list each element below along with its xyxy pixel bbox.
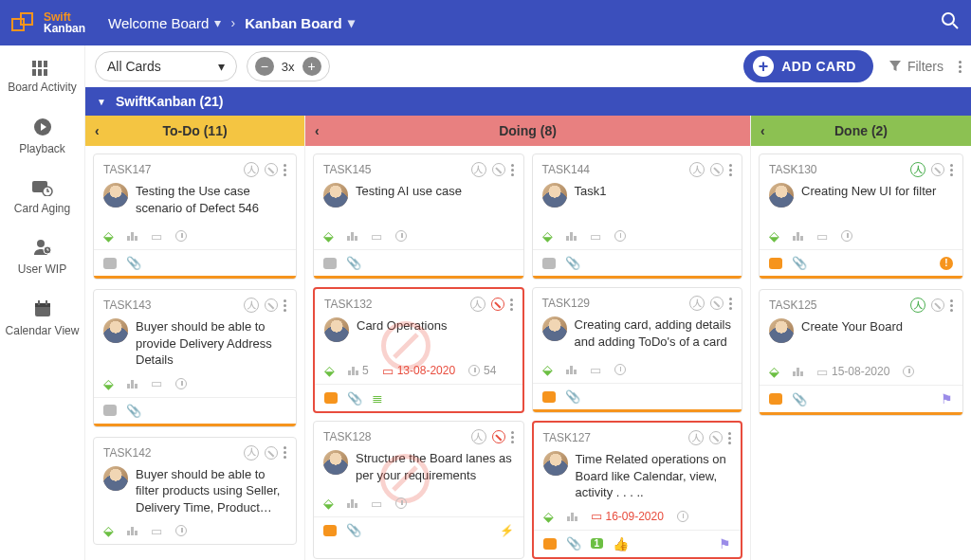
attachment-icon[interactable]: 📎 bbox=[346, 256, 361, 270]
comment-icon[interactable] bbox=[103, 258, 117, 269]
size-icon bbox=[347, 231, 357, 241]
nav-calendar-view[interactable]: Calendar View bbox=[0, 296, 84, 342]
card-blocked[interactable]: TASK132人 Card Operations ⬙5▭13-08-202054… bbox=[313, 287, 524, 413]
checklist-icon[interactable]: ≣ bbox=[372, 390, 383, 406]
block-icon[interactable] bbox=[265, 163, 278, 176]
card-filter-dropdown[interactable]: All Cards ▾ bbox=[95, 51, 237, 81]
calendar-icon: ▭ bbox=[151, 229, 162, 244]
comment-icon[interactable] bbox=[543, 538, 557, 550]
comment-icon[interactable] bbox=[324, 392, 338, 404]
attachment-icon[interactable]: 📎 bbox=[566, 536, 581, 551]
filters-button[interactable]: Filters bbox=[883, 59, 949, 74]
left-nav: Board Activity Playback Card Aging User … bbox=[0, 45, 85, 560]
attachment-icon[interactable]: 📎 bbox=[792, 256, 807, 270]
clock-icon bbox=[175, 230, 187, 242]
attachment-icon[interactable]: 📎 bbox=[126, 256, 141, 270]
card[interactable]: TASK129人 Creating card, adding details a… bbox=[532, 287, 743, 413]
card[interactable]: TASK125人 Create Your Board ⬙▭15-08-2020 … bbox=[759, 289, 963, 416]
card-id: TASK144 bbox=[542, 163, 590, 176]
card-id: TASK130 bbox=[769, 163, 816, 176]
nav-playback[interactable]: Playback bbox=[0, 114, 84, 160]
card[interactable]: TASK144人 Task1 ⬙▭ 📎 bbox=[532, 154, 743, 280]
comment-icon[interactable] bbox=[323, 258, 337, 269]
block-icon[interactable] bbox=[710, 297, 724, 310]
column-back-icon[interactable]: ‹ bbox=[315, 123, 320, 138]
swimlane-header[interactable]: ▼ SwiftKanban (21) bbox=[85, 87, 971, 116]
card-menu-icon[interactable] bbox=[511, 431, 514, 443]
card[interactable]: TASK130人 Creating New UI for filter ⬙▭ 📎… bbox=[759, 154, 963, 280]
comment-icon[interactable] bbox=[542, 258, 556, 269]
card-id: TASK147 bbox=[103, 163, 151, 176]
card-menu-icon[interactable] bbox=[284, 299, 286, 312]
attachment-icon[interactable]: 📎 bbox=[346, 523, 361, 537]
card-menu-icon[interactable] bbox=[950, 164, 953, 176]
comment-icon[interactable] bbox=[103, 405, 117, 416]
nav-user-wip[interactable]: User WIP bbox=[0, 234, 84, 280]
play-icon bbox=[33, 117, 52, 139]
attachment-icon[interactable]: 📎 bbox=[347, 391, 362, 406]
flag-icon[interactable]: ⚑ bbox=[941, 391, 953, 406]
app-logo[interactable]: Swift Kanban bbox=[11, 11, 85, 34]
block-icon[interactable] bbox=[492, 163, 505, 176]
block-icon[interactable] bbox=[710, 163, 724, 176]
avatar bbox=[103, 466, 128, 491]
clock-icon bbox=[175, 378, 187, 389]
svg-rect-9 bbox=[44, 69, 47, 76]
avatar bbox=[323, 450, 348, 475]
comment-icon[interactable] bbox=[542, 391, 556, 403]
card[interactable]: TASK147 人 Testing the Use case scenario … bbox=[93, 154, 297, 280]
attachment-icon[interactable]: 📎 bbox=[792, 392, 807, 406]
block-icon[interactable] bbox=[491, 298, 504, 311]
nav-label: Card Aging bbox=[14, 203, 70, 216]
card-menu-icon[interactable] bbox=[510, 298, 513, 311]
more-menu-icon[interactable] bbox=[959, 61, 962, 73]
card-menu-icon[interactable] bbox=[511, 164, 514, 176]
owner-ring-icon: 人 bbox=[244, 445, 259, 461]
card[interactable]: TASK143 人 Buyer should be able to provid… bbox=[93, 289, 297, 427]
column-back-icon[interactable]: ‹ bbox=[760, 123, 765, 138]
add-card-button[interactable]: + ADD CARD bbox=[743, 50, 873, 82]
breadcrumb-current[interactable]: Kanban Board ▾ bbox=[245, 15, 355, 31]
block-icon[interactable] bbox=[931, 163, 944, 176]
attachment-icon[interactable]: 📎 bbox=[565, 389, 580, 404]
avatar bbox=[542, 316, 567, 341]
chevron-down-icon: ▾ bbox=[214, 15, 221, 30]
attachment-icon[interactable]: 📎 bbox=[126, 404, 141, 418]
block-icon[interactable] bbox=[265, 446, 278, 460]
comment-icon[interactable] bbox=[769, 393, 782, 405]
avatar bbox=[103, 318, 128, 343]
flag-icon[interactable]: ⚑ bbox=[719, 536, 731, 551]
zoom-out-button[interactable]: − bbox=[255, 57, 274, 76]
card-menu-icon[interactable] bbox=[284, 164, 286, 176]
nav-card-aging[interactable]: Card Aging bbox=[0, 175, 84, 220]
owner-ring-icon: 人 bbox=[471, 429, 486, 444]
search-icon[interactable] bbox=[941, 11, 960, 35]
card-menu-icon[interactable] bbox=[728, 432, 731, 444]
block-icon[interactable] bbox=[265, 298, 278, 312]
chevron-down-icon: ▾ bbox=[348, 15, 355, 30]
breadcrumb-parent[interactable]: Welcome Board ▾ bbox=[108, 15, 221, 31]
zoom-in-button[interactable]: + bbox=[302, 57, 321, 76]
card-title: Testing AI use case bbox=[356, 183, 514, 221]
breadcrumb: Welcome Board ▾ › Kanban Board ▾ bbox=[108, 15, 355, 31]
column-header-doing: ‹ Doing (8) bbox=[305, 116, 750, 146]
block-icon[interactable] bbox=[931, 298, 944, 312]
thumb-up-icon[interactable]: 👍 bbox=[613, 536, 629, 551]
column-back-icon[interactable]: ‹ bbox=[95, 123, 100, 138]
card-menu-icon[interactable] bbox=[950, 299, 953, 312]
card[interactable]: TASK145人 Testing AI use case ⬙▭ 📎 bbox=[313, 154, 524, 280]
card[interactable]: TASK128人 Structure the Board lanes as pe… bbox=[313, 421, 524, 559]
card-menu-icon[interactable] bbox=[729, 298, 732, 310]
block-icon[interactable] bbox=[492, 430, 505, 443]
comment-icon[interactable] bbox=[323, 525, 337, 536]
comment-icon[interactable] bbox=[769, 258, 782, 269]
nav-board-activity[interactable]: Board Activity bbox=[0, 57, 84, 99]
card-blocked[interactable]: TASK127人 Time Related operations on Boar… bbox=[532, 421, 743, 559]
block-icon[interactable] bbox=[709, 431, 723, 444]
attachment-icon[interactable]: 📎 bbox=[565, 256, 580, 270]
card-menu-icon[interactable] bbox=[729, 164, 732, 176]
card[interactable]: TASK142 人 Buyer should be able to filter… bbox=[93, 437, 297, 546]
card-menu-icon[interactable] bbox=[284, 446, 286, 459]
chevron-down-icon: ▾ bbox=[218, 59, 225, 74]
clock-icon bbox=[468, 365, 480, 376]
